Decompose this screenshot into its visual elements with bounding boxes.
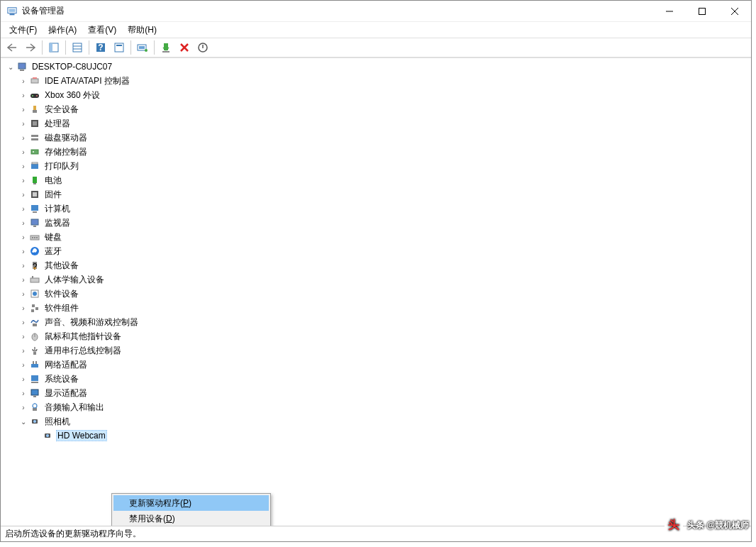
uninstall-button[interactable] [176,39,193,56]
tree-device-selected[interactable]: HD Webcam [5,429,751,443]
expander-icon[interactable]: › [18,175,29,186]
properties-button[interactable] [69,39,86,56]
tree-category[interactable]: ›显示适配器 [5,386,751,400]
show-hide-tree-button[interactable] [45,39,62,56]
category-label: 监视器 [43,216,72,230]
expander-icon[interactable]: › [18,274,29,285]
tree-category[interactable]: ›鼠标和其他指针设备 [5,329,751,343]
toolbar-separator [154,40,155,55]
svg-point-73 [33,404,37,408]
tree-root[interactable]: ⌄DESKTOP-C8UJC07 [5,60,751,74]
category-icon [29,373,40,385]
menu-file[interactable]: 文件(F) [4,23,43,38]
category-label: 音频输入和输出 [43,401,106,414]
tree-category[interactable]: ›人体学输入设备 [5,272,751,287]
forward-button[interactable] [22,39,39,56]
expander-icon[interactable]: › [18,288,29,299]
svg-rect-49 [36,237,38,238]
back-button[interactable] [4,39,21,56]
action-button[interactable] [111,39,128,56]
svg-rect-26 [30,94,39,98]
category-label: 计算机 [43,202,72,216]
tree-category[interactable]: ›安全设备 [5,102,751,116]
category-icon [29,274,40,285]
expander-icon[interactable]: › [18,75,29,87]
svg-rect-2 [9,9,16,11]
svg-point-57 [33,292,37,296]
svg-rect-67 [35,361,37,364]
tree-category[interactable]: ›音频输入和输出 [5,400,751,414]
svg-rect-59 [35,307,38,310]
svg-rect-32 [31,135,38,137]
expander-icon[interactable]: › [18,217,29,228]
expander-icon[interactable]: › [18,104,29,115]
expander-icon[interactable]: › [18,331,29,342]
menu-view[interactable]: 查看(V) [82,23,122,38]
category-label: 网络适配器 [43,358,89,372]
tree-category[interactable]: ›磁盘驱动器 [5,131,751,145]
expander-icon[interactable]: › [18,402,29,413]
category-label: 蓝牙 [43,245,63,258]
help-button[interactable]: ? [92,39,109,56]
expander-icon[interactable]: › [18,203,29,214]
tree-category[interactable]: ›系统设备 [5,372,751,386]
expander-icon[interactable]: ⌄ [5,61,16,72]
expander-icon[interactable]: › [18,260,29,271]
tree-category[interactable]: ›软件组件 [5,301,751,315]
maximize-button[interactable] [686,1,718,22]
svg-rect-36 [31,164,38,169]
category-icon [29,316,40,328]
tree-category[interactable]: ›通用串行总线控制器 [5,343,751,358]
context-disable-device[interactable]: 禁用设备(D) [113,511,269,526]
expander-icon[interactable]: › [18,160,29,172]
scan-hardware-button[interactable] [134,39,151,56]
tree-category[interactable]: ›声音、视频和游戏控制器 [5,315,751,329]
svg-rect-48 [34,237,35,238]
svg-rect-70 [31,389,38,395]
tree-category[interactable]: ›存储控制器 [5,145,751,159]
disable-button[interactable] [194,39,211,56]
tree-category[interactable]: ›软件设备 [5,287,751,301]
tree-category[interactable]: ›键盘 [5,230,751,244]
tree-category[interactable]: ›IDE ATA/ATAPI 控制器 [5,74,751,88]
expander-icon[interactable]: › [18,245,29,257]
close-button[interactable] [718,1,751,22]
expander-icon[interactable]: › [18,387,29,399]
tree-category[interactable]: ›监视器 [5,216,751,230]
expander-icon[interactable]: ⌄ [18,416,29,427]
tree-category[interactable]: ›计算机 [5,201,751,216]
menu-help[interactable]: 帮助(H) [122,23,162,38]
expander-icon[interactable]: › [18,89,29,101]
expander-icon[interactable]: › [18,316,29,328]
tree-category[interactable]: ›蓝牙 [5,244,751,258]
category-label: 存储控制器 [43,145,89,159]
expander-icon[interactable]: › [18,146,29,158]
svg-point-77 [46,434,49,437]
device-tree[interactable]: ⌄DESKTOP-C8UJC07›IDE ATA/ATAPI 控制器›Xbox … [1,57,751,526]
toolbar-separator [89,40,89,55]
expander-icon[interactable]: › [18,132,29,143]
category-icon [29,189,40,200]
expander-icon[interactable]: › [18,231,29,243]
tree-category[interactable]: ›网络适配器 [5,358,751,372]
update-driver-button[interactable] [157,39,174,56]
tree-category[interactable]: ›?其他设备 [5,258,751,272]
tree-category[interactable]: ›电池 [5,173,751,187]
menu-action[interactable]: 操作(A) [43,23,82,38]
expander-icon[interactable]: › [18,118,29,129]
context-update-driver[interactable]: 更新驱动程序(P) [113,495,269,511]
category-icon [29,345,40,356]
minimize-button[interactable] [653,1,686,22]
category-label: IDE ATA/ATAPI 控制器 [43,74,131,88]
tree-category[interactable]: ⌄照相机 [5,414,751,429]
svg-rect-61 [33,324,37,326]
expander-icon[interactable]: › [18,302,29,314]
tree-category[interactable]: ›打印队列 [5,159,751,173]
expander-icon[interactable]: › [18,373,29,385]
expander-icon[interactable]: › [18,345,29,356]
expander-icon[interactable]: › [18,189,29,200]
tree-category[interactable]: ›固件 [5,187,751,201]
tree-category[interactable]: ›处理器 [5,116,751,131]
expander-icon[interactable]: › [18,359,29,370]
tree-category[interactable]: ›Xbox 360 外设 [5,88,751,102]
